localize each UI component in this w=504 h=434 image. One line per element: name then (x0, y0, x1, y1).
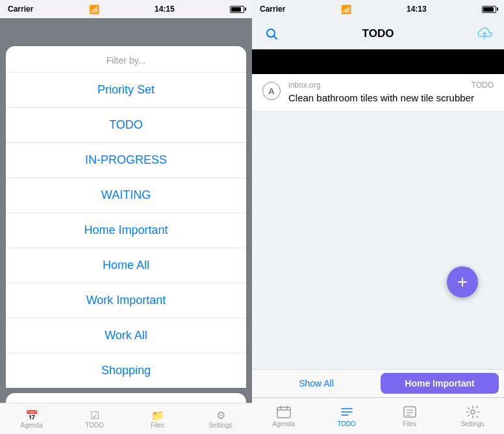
nav-tab-agenda[interactable]: Agenda (252, 405, 315, 428)
filter-items-list: Priority Set TODO IN-PROGRESS WAITING Ho… (6, 72, 246, 388)
svg-rect-3 (277, 407, 290, 418)
right-battery-icon (482, 6, 496, 13)
nav-tab-files[interactable]: Files (378, 405, 441, 428)
nav-tab-todo[interactable]: TODO (315, 405, 378, 428)
filter-modal-overlay: Filter by... Priority Set TODO IN-PROGRE… (0, 18, 252, 434)
cloud-upload-icon (477, 27, 492, 40)
inbox-section: inbox (1 task/0 overdue) (252, 49, 504, 74)
wifi-icon: 📶 (89, 5, 99, 14)
filter-item-home-all[interactable]: Home All (6, 248, 246, 283)
content-area (252, 112, 504, 376)
left-tab-settings[interactable]: ⚙ Settings (189, 409, 252, 429)
add-icon: + (457, 273, 468, 291)
task-content: inbox.org TODO Clean bathroom tiles with… (288, 81, 494, 105)
left-tab-agenda[interactable]: 📅 Agenda (0, 409, 63, 429)
task-avatar: A (262, 82, 281, 100)
files-nav-label: Files (403, 420, 416, 428)
todo-icon: ☑ (63, 409, 126, 422)
filter-item-work-important[interactable]: Work Important (6, 283, 246, 318)
filter-item-home-important[interactable]: Home Important (6, 212, 246, 248)
agenda-nav-label: Agenda (272, 420, 294, 428)
left-tab-files[interactable]: 📁 Files (126, 409, 189, 429)
settings-nav-label: Settings (460, 420, 484, 428)
left-carrier: Carrier (8, 5, 33, 14)
todo-nav-label: TODO (337, 420, 356, 428)
files-icon: 📁 (126, 409, 189, 422)
inbox-title: inbox (1 task/0 overdue) (262, 57, 381, 68)
right-panel: Carrier 📶 14:13 TODO inbox (1 task/0 ove… (252, 0, 504, 434)
right-wifi-icon: 📶 (341, 5, 351, 14)
agenda-nav-icon (276, 405, 292, 418)
search-button[interactable] (262, 25, 281, 43)
right-carrier: Carrier (260, 5, 285, 14)
filter-item-priority-set[interactable]: Priority Set (6, 72, 246, 107)
agenda-icon: 📅 (0, 409, 63, 422)
svg-point-14 (471, 410, 475, 414)
filter-sheet-title: Filter by... (6, 46, 246, 72)
task-tag: TODO (472, 81, 494, 90)
task-source: inbox.org (288, 81, 320, 90)
cloud-upload-button[interactable] (475, 25, 494, 43)
settings-icon: ⚙ (189, 409, 252, 422)
filter-sheet: Filter by... Priority Set TODO IN-PROGRE… (6, 46, 246, 388)
filter-bar: Show All Home Important (252, 369, 504, 398)
add-task-button[interactable]: + (447, 266, 478, 298)
page-title: TODO (362, 27, 394, 40)
home-important-button[interactable]: Home Important (381, 373, 499, 394)
left-tab-todo[interactable]: ☑ TODO (63, 409, 126, 429)
task-text: Clean bathroom tiles with new tile scrub… (288, 92, 494, 105)
todo-nav-icon (339, 405, 355, 418)
left-panel: Carrier 📶 14:15 Filter by... Priority Se… (0, 0, 252, 434)
right-status-bar: Carrier 📶 14:13 (252, 0, 504, 18)
left-bottom-peek: 📅 Agenda ☑ TODO 📁 Files ⚙ Settings (0, 403, 252, 434)
bottom-nav: Agenda TODO Files (252, 398, 504, 434)
filter-item-todo[interactable]: TODO (6, 107, 246, 142)
left-status-bar: Carrier 📶 14:15 (0, 0, 252, 18)
search-icon (265, 27, 278, 40)
nav-tab-settings[interactable]: Settings (441, 405, 504, 428)
task-meta: inbox.org TODO (288, 81, 494, 90)
show-all-button[interactable]: Show All (257, 373, 375, 394)
left-time: 14:15 (155, 5, 175, 14)
files-nav-icon (402, 405, 418, 418)
battery-icon (230, 6, 244, 13)
filter-item-waiting[interactable]: WAITING (6, 177, 246, 212)
filter-item-shopping[interactable]: Shopping (6, 353, 246, 388)
filter-item-work-all[interactable]: Work All (6, 318, 246, 353)
settings-nav-icon (465, 405, 481, 418)
task-item[interactable]: A inbox.org TODO Clean bathroom tiles wi… (252, 74, 504, 112)
svg-line-1 (274, 36, 277, 39)
right-time: 14:13 (407, 5, 427, 14)
right-header: TODO (252, 18, 504, 49)
filter-item-in-progress[interactable]: IN-PROGRESS (6, 142, 246, 177)
